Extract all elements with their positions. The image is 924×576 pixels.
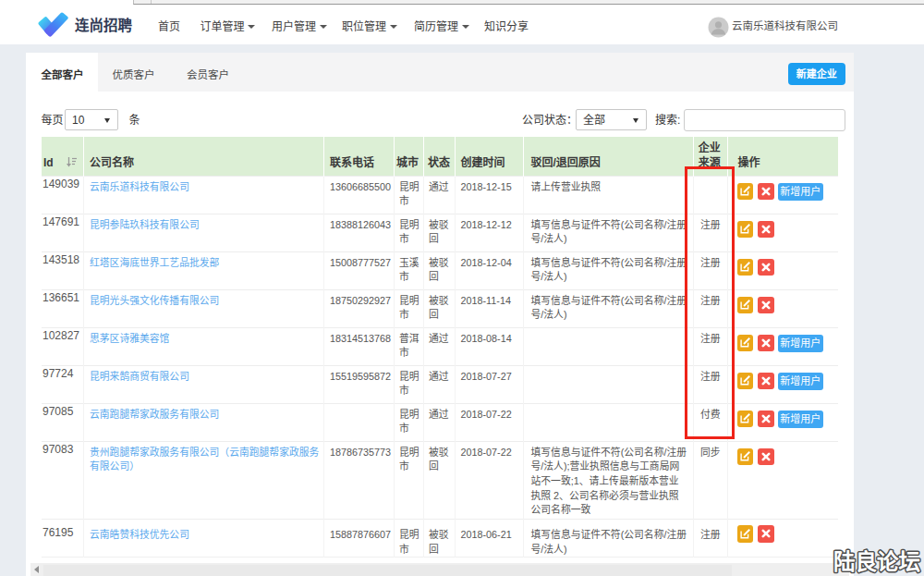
svg-text:陆良论坛: 陆良论坛 (833, 549, 920, 574)
